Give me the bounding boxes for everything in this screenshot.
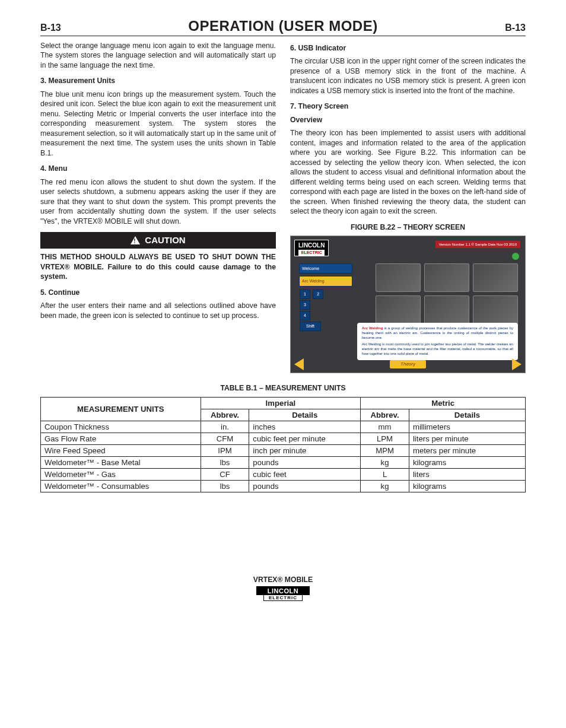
desc-line-2: Arc Welding is most commonly used to joi… <box>362 342 513 356</box>
section-5-heading: 5. Continue <box>40 288 276 297</box>
version-strip: Version Number 1.1 © Sample Date Nov 03 … <box>435 241 520 248</box>
lincoln-logo-bot: ELECTRIC <box>298 250 325 255</box>
cell-name: Gas Flow Rate <box>41 433 201 444</box>
th-imp-details: Details <box>249 409 361 421</box>
tile-5[interactable] <box>424 295 469 324</box>
key-3[interactable]: 3 <box>300 300 310 310</box>
table-body: Coupon Thickness in. inches mm millimete… <box>41 421 526 492</box>
th-met-abbrev: Abbrev. <box>361 409 409 421</box>
th-metric: Metric <box>361 397 526 409</box>
figure-tiles <box>376 263 518 324</box>
sidebar-item-arcwelding[interactable]: Arc Welding <box>299 276 352 286</box>
theory-button[interactable]: Theory <box>390 360 426 369</box>
table-row: Coupon Thickness in. inches mm millimete… <box>41 421 526 433</box>
cell-md: kilograms <box>409 456 525 468</box>
cell-md: millimeters <box>409 421 525 433</box>
cell-ia: lbs <box>201 480 249 492</box>
lincoln-logo: LINCOLN ELECTRIC <box>294 240 329 256</box>
caution-bar: CAUTION <box>40 232 276 249</box>
cell-md: kilograms <box>409 480 525 492</box>
key-4[interactable]: 4 <box>300 311 310 320</box>
cell-ma: L <box>361 468 409 480</box>
table-caption: TABLE B.1 – MEASUREMENT UNITS <box>40 384 526 392</box>
figure-footer: Theory <box>291 358 525 370</box>
header-right: B-13 <box>505 23 526 33</box>
cell-ia: CF <box>201 468 249 480</box>
sidebar-item-welcome[interactable]: Welcome <box>299 263 352 274</box>
page-header: B-13 OPERATION (USER MODE) B-13 <box>40 18 526 36</box>
section-6-heading: 6. USB Indicator <box>290 43 526 53</box>
key-2[interactable]: 2 <box>313 290 323 299</box>
table-row: Wire Feed Speed IPM inch per minute MPM … <box>41 444 526 456</box>
figure-sidebar: Welcome Arc Welding 1 2 3 4 Shift <box>299 263 352 332</box>
cell-id: pounds <box>249 456 361 468</box>
key-1[interactable]: 1 <box>300 290 310 299</box>
cell-id: cubic feet per minute <box>249 433 361 444</box>
desc-highlight: Arc Welding <box>362 326 383 330</box>
figure-description: Arc Welding is a group of welding proces… <box>357 323 518 360</box>
cell-id: pounds <box>249 480 361 492</box>
table-row: Weldometer™ - Base Metal lbs pounds kg k… <box>41 456 526 468</box>
table-row: Weldometer™ - Gas CF cubic feet L liters <box>41 468 526 480</box>
section-6-body: The circular USB icon in the upper right… <box>290 56 526 96</box>
th-imperial: Imperial <box>201 397 361 409</box>
cell-ia: in. <box>201 421 249 433</box>
cell-md: meters per minute <box>409 444 525 456</box>
cell-id: cubic feet <box>249 468 361 480</box>
section-7-body: The theory icon has been implemented to … <box>290 128 526 216</box>
caution-label: CAUTION <box>145 234 185 246</box>
section-3-body: The blue unit menu icon brings up the me… <box>40 90 276 158</box>
footer-logo: LINCOLN ELECTRIC <box>256 586 310 601</box>
left-column: Select the orange language menu icon aga… <box>40 41 276 373</box>
theory-screen-figure: LINCOLN ELECTRIC Version Number 1.1 © Sa… <box>290 236 526 373</box>
section-5-body: After the user enters their name and all… <box>40 301 276 320</box>
section-4-heading: 4. Menu <box>40 164 276 173</box>
cell-ma: kg <box>361 480 409 492</box>
lincoln-logo-top: LINCOLN <box>298 242 325 249</box>
page: B-13 OPERATION (USER MODE) B-13 Select t… <box>0 0 566 625</box>
section-3-heading: 3. Measurement Units <box>40 76 276 85</box>
cell-ia: lbs <box>201 456 249 468</box>
table-row: Gas Flow Rate CFM cubic feet per minute … <box>41 433 526 444</box>
tile-2[interactable] <box>424 263 469 292</box>
arrow-left-icon[interactable] <box>294 358 304 370</box>
page-footer: VRTEX® MOBILE LINCOLN ELECTRIC <box>40 576 526 601</box>
section-4-body: The red menu icon allows the student to … <box>40 177 276 226</box>
cell-name: Wire Feed Speed <box>41 444 201 456</box>
right-column: 6. USB Indicator The circular USB icon i… <box>290 41 526 373</box>
content-columns: Select the orange language menu icon aga… <box>40 41 526 373</box>
cell-ma: mm <box>361 421 409 433</box>
cell-name: Weldometer™ - Consumables <box>41 480 201 492</box>
table-row: Weldometer™ - Consumables lbs pounds kg … <box>41 480 526 492</box>
footer-logo-bot: ELECTRIC <box>263 595 303 601</box>
section-7-heading: 7. Theory Screen <box>290 101 526 111</box>
th-imp-abbrev: Abbrev. <box>201 409 249 421</box>
cell-ma: LPM <box>361 433 409 444</box>
header-title: OPERATION (USER MODE) <box>188 18 377 34</box>
cell-id: inch per minute <box>249 444 361 456</box>
measurement-units-table: MEASUREMENT UNITS Imperial Metric Abbrev… <box>40 397 526 492</box>
desc-line-1: is a group of welding processes that pro… <box>362 326 513 339</box>
footer-product: VRTEX® MOBILE <box>40 576 526 584</box>
arrow-right-icon[interactable] <box>512 358 522 370</box>
cell-ma: kg <box>361 456 409 468</box>
overview-heading: Overview <box>290 115 526 125</box>
tile-4[interactable] <box>376 295 421 324</box>
cell-ia: CFM <box>201 433 249 444</box>
key-shift[interactable]: Shift <box>300 322 321 331</box>
cell-name: Weldometer™ - Gas <box>41 468 201 480</box>
cell-ma: MPM <box>361 444 409 456</box>
tile-3[interactable] <box>473 263 518 292</box>
figure-keypad: 1 2 3 4 Shift <box>299 289 352 332</box>
tile-6[interactable] <box>473 295 518 324</box>
cell-id: inches <box>249 421 361 433</box>
cell-name: Coupon Thickness <box>41 421 201 433</box>
figure-caption: FIGURE B.22 – THEORY SCREEN <box>290 222 526 232</box>
tile-1[interactable] <box>376 263 421 292</box>
usb-indicator-icon <box>512 253 519 260</box>
cell-md: liters <box>409 468 525 480</box>
caution-body: THIS METHOD SHOULD ALWAYS BE USED TO SHU… <box>40 252 276 281</box>
cell-ia: IPM <box>201 444 249 456</box>
intro-paragraph: Select the orange language menu icon aga… <box>40 41 276 70</box>
warning-icon <box>131 236 140 244</box>
